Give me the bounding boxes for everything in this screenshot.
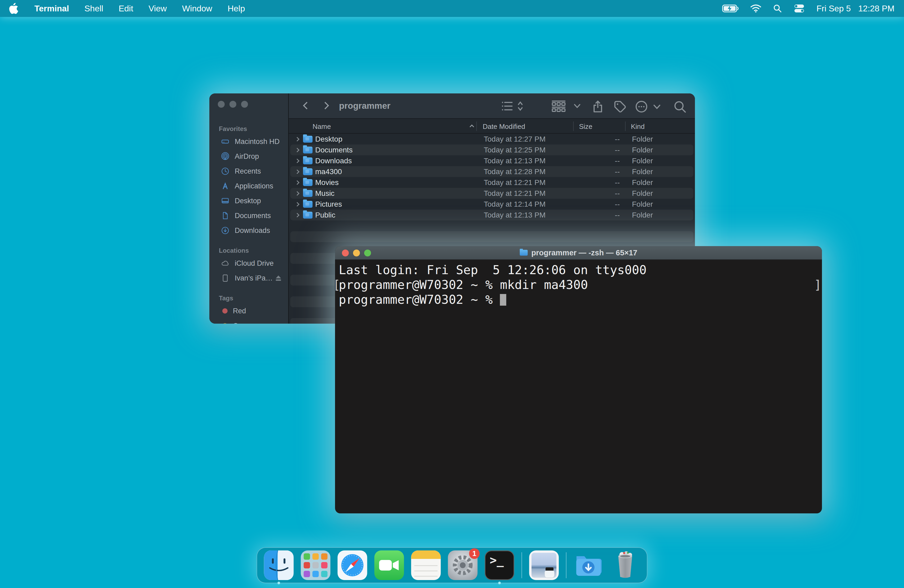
red-tag-dot — [222, 308, 228, 314]
terminal-app-icon: >_ — [485, 550, 514, 580]
finder-toolbar: programmer — [289, 93, 695, 119]
sidebar-item-recents[interactable]: Recents — [209, 164, 288, 179]
sidebar-item-tag-red[interactable]: Red — [209, 303, 288, 318]
menu-edit[interactable]: Edit — [119, 4, 133, 14]
sidebar-item-label: Orange — [233, 322, 257, 324]
disclosure-chevron-icon[interactable] — [295, 180, 300, 185]
sidebar-item-documents[interactable]: Documents — [209, 208, 288, 223]
zoom-button[interactable] — [364, 250, 371, 256]
sidebar-item-macintosh-hd[interactable]: Macintosh HD — [209, 134, 288, 149]
document-icon — [221, 212, 229, 220]
column-header-kind[interactable]: Kind — [631, 123, 645, 131]
dock-notes[interactable] — [411, 550, 441, 580]
window-controls — [342, 250, 371, 256]
proxy-folder-icon[interactable] — [520, 250, 528, 256]
sidebar-item-desktop[interactable]: Desktop — [209, 193, 288, 208]
menu-view[interactable]: View — [149, 4, 167, 14]
minimize-button[interactable] — [229, 101, 236, 108]
column-header-size[interactable]: Size — [579, 123, 593, 131]
disclosure-chevron-icon[interactable] — [295, 158, 300, 163]
control-center-icon[interactable] — [793, 4, 805, 13]
list-header: Name Date Modified Size Kind — [289, 119, 695, 134]
menu-app-name[interactable]: Terminal — [35, 4, 69, 14]
menu-window[interactable]: Window — [182, 4, 212, 14]
sidebar-item-applications[interactable]: Applications — [209, 179, 288, 193]
apple-menu-icon[interactable] — [9, 3, 19, 14]
sidebar-item-label: Downloads — [235, 226, 270, 235]
dock-downloads[interactable] — [574, 550, 604, 580]
file-row-movies[interactable]: MoviesToday at 12:21 PM --Folder — [290, 177, 693, 188]
file-row-ma4300[interactable]: ma4300Today at 12:28 PM --Folder — [290, 166, 693, 177]
sidebar-section-locations: Locations — [219, 247, 288, 254]
sidebar-item-downloads[interactable]: Downloads — [209, 223, 288, 238]
group-by-icon[interactable] — [551, 100, 583, 112]
file-row-documents[interactable]: DocumentsToday at 12:25 PM --Folder — [290, 144, 693, 155]
sidebar-item-airdrop[interactable]: AirDrop — [209, 149, 288, 164]
file-row-pictures[interactable]: PicturesToday at 12:14 PM --Folder — [290, 199, 693, 210]
trash-icon — [610, 550, 640, 580]
sidebar-section-favorites: Favorites — [219, 125, 288, 133]
minimize-button[interactable] — [353, 250, 360, 256]
disclosure-chevron-icon[interactable] — [295, 137, 300, 141]
status-date: Fri Sep 5 — [816, 4, 851, 14]
file-row-downloads[interactable]: DownloadsToday at 12:13 PM --Folder — [290, 155, 693, 166]
desktop-icon — [221, 197, 229, 205]
column-header-date[interactable]: Date Modified — [483, 123, 525, 131]
folder-icon — [303, 147, 313, 153]
file-row-desktop[interactable]: DesktopToday at 12:27 PM --Folder — [290, 134, 693, 144]
zoom-button[interactable] — [241, 101, 248, 108]
eject-icon[interactable] — [275, 275, 282, 281]
menu-clock[interactable]: Fri Sep 5 12:28 PM — [816, 4, 895, 14]
sidebar-item-icloud-drive[interactable]: iCloud Drive — [209, 256, 288, 271]
folder-icon — [303, 158, 313, 164]
terminal-body[interactable]: Last login: Fri Sep 5 12:26:06 on ttys00… — [335, 260, 822, 514]
running-indicator — [278, 582, 280, 584]
downloads-folder-icon — [574, 550, 604, 580]
menu-shell[interactable]: Shell — [84, 4, 103, 14]
dock-terminal[interactable]: >_ — [485, 550, 514, 580]
column-header-name[interactable]: Name — [313, 123, 331, 131]
dock-launchpad[interactable] — [301, 550, 330, 580]
wifi-icon[interactable] — [750, 4, 761, 13]
terminal-cursor — [500, 294, 506, 306]
close-button[interactable] — [342, 250, 349, 256]
folder-icon — [303, 201, 313, 208]
menu-help[interactable]: Help — [228, 4, 245, 14]
sidebar-item-label: Ivan’s iPa… — [235, 274, 273, 282]
search-icon[interactable] — [773, 4, 782, 13]
tag-icon[interactable] — [613, 100, 627, 114]
file-row-public[interactable]: PublicToday at 12:13 PM --Folder — [290, 210, 693, 220]
share-icon[interactable] — [591, 100, 605, 114]
folder-icon — [303, 190, 313, 197]
disclosure-chevron-icon[interactable] — [295, 169, 300, 174]
sidebar-item-label: Applications — [235, 182, 273, 190]
dock-trash[interactable] — [610, 550, 640, 580]
close-button[interactable] — [218, 101, 225, 108]
disclosure-chevron-icon[interactable] — [295, 191, 300, 196]
dock-settings[interactable]: 1 — [448, 550, 478, 580]
folder-icon — [303, 212, 313, 218]
forward-button[interactable] — [322, 102, 329, 109]
search-icon[interactable] — [673, 100, 687, 114]
back-button[interactable] — [303, 102, 310, 109]
file-row-music[interactable]: MusicToday at 12:21 PM --Folder — [290, 188, 693, 199]
disclosure-chevron-icon[interactable] — [295, 148, 300, 152]
view-options-icon[interactable] — [501, 100, 526, 112]
finder-sidebar: Favorites Macintosh HD AirDrop Recents — [209, 93, 288, 324]
facetime-icon — [375, 550, 404, 580]
airdrop-icon — [221, 152, 229, 161]
disclosure-chevron-icon[interactable] — [295, 213, 300, 217]
more-actions-icon[interactable] — [634, 100, 664, 114]
dock-minimized-window[interactable] — [529, 550, 559, 580]
terminal-prompt-line: programmer@W70302 ~ % — [339, 292, 822, 307]
disclosure-chevron-icon[interactable] — [295, 202, 300, 206]
dock-facetime[interactable] — [375, 550, 404, 580]
terminal-mark-left: [ — [335, 277, 340, 292]
sidebar-item-tag-orange[interactable]: Orange — [209, 318, 288, 324]
dock-safari[interactable] — [338, 550, 367, 580]
battery-charging-icon[interactable] — [722, 5, 739, 13]
terminal-titlebar[interactable]: programmer — -zsh — 65×17 — [335, 246, 822, 260]
sidebar-item-label: Red — [233, 307, 246, 315]
dock-finder[interactable] — [264, 550, 294, 580]
sidebar-item-ivans-ipad[interactable]: Ivan’s iPa… — [209, 271, 288, 286]
